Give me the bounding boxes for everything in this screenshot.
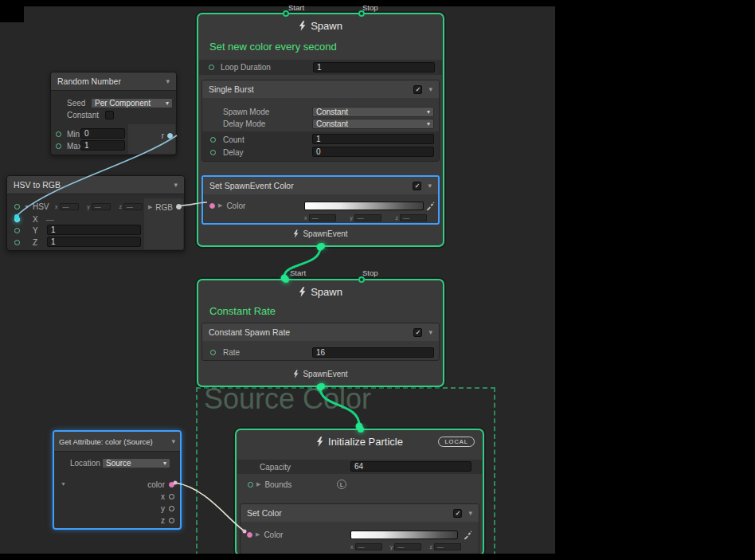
expander-down-icon[interactable]: ▼: [61, 481, 66, 487]
chevron-down-icon[interactable]: ▾: [428, 85, 432, 93]
set-color-header[interactable]: Set Color ✓ ▾: [241, 504, 479, 522]
chevron-down-icon[interactable]: ▾: [171, 437, 175, 445]
seed-dropdown[interactable]: Per Component ▾: [91, 98, 173, 108]
constant-checkbox[interactable]: [105, 111, 114, 119]
y-input-port[interactable]: [14, 228, 20, 233]
z-input-port[interactable]: [14, 240, 20, 245]
random-number-header[interactable]: Random Number ▾: [51, 72, 176, 91]
max-port[interactable]: [56, 143, 61, 149]
eyedropper-icon[interactable]: [464, 531, 472, 539]
rgb-output-port[interactable]: [176, 204, 182, 210]
min-port[interactable]: [56, 131, 61, 137]
chevron-down-icon[interactable]: ▾: [468, 509, 472, 517]
loop-duration-field[interactable]: 1: [313, 62, 435, 72]
hsv-x-mini: x—: [55, 203, 79, 210]
z-field[interactable]: 1: [47, 237, 141, 247]
delay-mode-dropdown[interactable]: Constant ▾: [312, 119, 434, 129]
expander-right-icon[interactable]: ▶: [256, 531, 260, 538]
z-value[interactable]: —: [123, 203, 143, 210]
z-value[interactable]: —: [434, 543, 461, 550]
single-burst-block[interactable]: Single Burst ✓ ▾ Spawn Mode Constant ▾ D…: [201, 80, 440, 162]
spawn-mode-dropdown[interactable]: Constant ▾: [312, 107, 434, 117]
single-burst-header[interactable]: Single Burst ✓ ▾: [202, 80, 439, 98]
rate-field[interactable]: 16: [312, 347, 434, 358]
spawnevent-output-port[interactable]: [319, 383, 325, 390]
spawnevent-output-port[interactable]: [319, 243, 325, 249]
hsv-y-mini: y—: [87, 203, 111, 210]
start-input-port[interactable]: [283, 276, 289, 283]
stop-input-port[interactable]: [358, 10, 365, 17]
rate-port[interactable]: [210, 350, 216, 355]
y-output-port[interactable]: [169, 506, 174, 511]
color-input-port[interactable]: [247, 532, 252, 538]
z-label: z: [430, 544, 433, 550]
hsv-to-rgb-node[interactable]: HSV to RGB ▾ ▼ HSV x— y— z— ▶ RGB X — Y: [6, 175, 185, 251]
hsv-components: x— y— z—: [55, 202, 143, 211]
y-field[interactable]: 1: [47, 225, 141, 235]
r-output-port[interactable]: [167, 133, 173, 139]
chevron-down-icon[interactable]: ▾: [174, 181, 178, 189]
expander-right-icon[interactable]: ▶: [148, 204, 152, 210]
stop-input-port[interactable]: [358, 276, 365, 283]
z-value[interactable]: —: [400, 214, 427, 221]
x-output-port[interactable]: [169, 494, 174, 499]
x-value[interactable]: —: [309, 214, 336, 221]
count-port[interactable]: [210, 137, 216, 143]
location-dropdown[interactable]: Source ▾: [102, 458, 170, 468]
color-output-port[interactable]: [169, 482, 174, 488]
set-spawnevent-color-header[interactable]: Set SpawnEvent Color ✓ ▾: [203, 177, 438, 194]
min-field[interactable]: 0: [80, 128, 125, 139]
get-attribute-node[interactable]: Get Attribute: color (Source) ▾ Location…: [53, 430, 182, 530]
single-burst-checkbox[interactable]: ✓: [413, 85, 422, 94]
local-bounds-badge[interactable]: L: [337, 480, 346, 489]
flow-start-label: Start: [288, 3, 304, 12]
y-value[interactable]: —: [394, 543, 421, 550]
capacity-field[interactable]: 64: [350, 461, 471, 472]
constant-spawn-rate-header[interactable]: Constant Spawn Rate ✓ ▾: [202, 323, 439, 341]
rgb-output: ▶ RGB: [148, 202, 173, 212]
count-label: Count: [223, 135, 244, 144]
constant-spawn-rate-block[interactable]: Constant Spawn Rate ✓ ▾ Rate 16: [201, 323, 440, 361]
color-z-mini: z—: [430, 543, 462, 550]
y-value[interactable]: —: [354, 214, 381, 221]
color-gradient-field[interactable]: [350, 531, 458, 539]
expander-right-icon[interactable]: ▶: [256, 481, 260, 488]
y-value[interactable]: —: [92, 203, 111, 210]
bounds-port[interactable]: [248, 482, 253, 488]
chevron-down-icon[interactable]: ▾: [166, 77, 170, 85]
initialize-particle-context[interactable]: Initialize Particle LOCAL Capacity 64 ▶ …: [235, 429, 484, 556]
spawn-context-1[interactable]: Start Stop Spawn Set new color every sec…: [197, 13, 444, 247]
constant-spawn-rate-checkbox[interactable]: ✓: [413, 328, 422, 337]
context-title: Spawn: [198, 286, 443, 298]
set-spawnevent-color-block[interactable]: Set SpawnEvent Color ✓ ▾ ▶ Color x— y— z…: [201, 175, 440, 225]
color-input-port[interactable]: [209, 203, 215, 209]
random-number-node[interactable]: Random Number ▾ Seed Per Component ▾ Con…: [50, 72, 177, 155]
set-color-checkbox[interactable]: ✓: [453, 509, 462, 518]
count-field[interactable]: 1: [312, 134, 434, 144]
expander-right-icon[interactable]: ▶: [218, 202, 222, 209]
hsv-input-port[interactable]: [14, 204, 20, 210]
x-value[interactable]: —: [355, 543, 382, 550]
loop-duration-port[interactable]: [209, 65, 214, 70]
chevron-down-icon[interactable]: ▾: [428, 182, 432, 190]
local-space-badge[interactable]: LOCAL: [438, 437, 475, 447]
constant-row: Constant: [51, 110, 176, 120]
spawn-context-2[interactable]: Start Stop Spawn Constant Rate Constant …: [197, 279, 444, 387]
x-value[interactable]: —: [60, 203, 79, 210]
x-input-port[interactable]: [14, 217, 20, 222]
chevron-down-icon[interactable]: ▾: [428, 328, 432, 336]
z-label: z: [119, 204, 123, 210]
delay-field[interactable]: 0: [312, 147, 434, 157]
set-spawnevent-color-checkbox[interactable]: ✓: [413, 182, 421, 190]
get-attribute-header[interactable]: Get Attribute: color (Source) ▾: [54, 432, 180, 452]
z-output-port[interactable]: [169, 518, 174, 523]
start-input-port[interactable]: [283, 10, 289, 17]
set-color-block[interactable]: Set Color ✓ ▾ ▶ Color x— y— z—: [240, 503, 479, 554]
hsv-to-rgb-header[interactable]: HSV to RGB ▾: [7, 176, 184, 194]
color-gradient-field[interactable]: [304, 202, 424, 210]
expander-down-icon[interactable]: ▼: [24, 204, 29, 210]
max-field[interactable]: 1: [80, 140, 125, 151]
flow-input-port[interactable]: [358, 426, 364, 433]
delay-port[interactable]: [210, 150, 216, 155]
eyedropper-icon[interactable]: [426, 202, 435, 210]
